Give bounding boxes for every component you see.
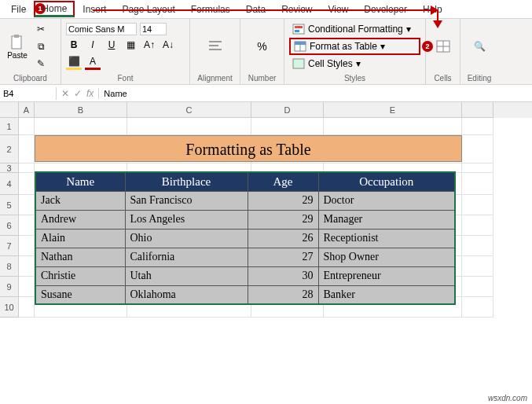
- spreadsheet-grid: A B C D E 1 2 3 4 5 6 7 8 9 10 Formattin…: [0, 102, 532, 318]
- bold-button[interactable]: B: [66, 37, 82, 53]
- col-header-C[interactable]: C: [127, 102, 251, 118]
- header-occupation[interactable]: Occupation: [318, 172, 455, 191]
- svg-rect-0: [12, 36, 21, 49]
- tab-developer[interactable]: Developer: [356, 2, 415, 17]
- enter-icon[interactable]: ✓: [74, 88, 82, 99]
- svg-rect-7: [295, 30, 299, 32]
- table-row[interactable]: AlainOhio26Receptionist: [35, 229, 455, 248]
- group-number-label: Number: [245, 72, 279, 84]
- fx-icon[interactable]: fx: [86, 88, 94, 99]
- row-header-8[interactable]: 8: [0, 256, 19, 277]
- ribbon-tabs: File 1 Home Insert Page Layout Formulas …: [0, 0, 532, 19]
- title-cell[interactable]: Formatting as Table: [35, 135, 462, 162]
- cond-format-label: Conditional Formatting: [308, 24, 403, 35]
- border-icon[interactable]: ▦: [123, 37, 138, 53]
- italic-button[interactable]: I: [85, 37, 101, 53]
- table-row[interactable]: SusaneOklahoma28Banker: [35, 285, 455, 304]
- paste-button[interactable]: Paste: [5, 31, 30, 62]
- col-header-A[interactable]: A: [19, 102, 35, 118]
- cells-button[interactable]: [431, 31, 456, 62]
- paste-label: Paste: [7, 51, 28, 60]
- group-styles-label: Styles: [289, 72, 420, 84]
- tab-insert[interactable]: Insert: [75, 2, 114, 17]
- group-alignment-label: Alignment: [195, 72, 235, 84]
- col-header-extra[interactable]: [462, 102, 493, 118]
- tab-formulas[interactable]: Formulas: [183, 2, 238, 17]
- col-header-B[interactable]: B: [35, 102, 127, 118]
- callout-2: 2: [422, 41, 433, 52]
- conditional-formatting-button[interactable]: Conditional Formatting▾: [289, 22, 420, 36]
- row-header-5[interactable]: 5: [0, 195, 19, 215]
- tab-page-layout[interactable]: Page Layout: [114, 2, 182, 17]
- chevron-down-icon: ▾: [380, 41, 385, 52]
- number-button[interactable]: %: [250, 31, 275, 62]
- header-name[interactable]: Name: [35, 172, 125, 191]
- row-header-4[interactable]: 4: [0, 173, 19, 195]
- name-box[interactable]: B4: [0, 87, 57, 100]
- watermark: wsxdn.com: [488, 394, 527, 402]
- cell-styles-button[interactable]: Cell Styles▾: [289, 57, 420, 71]
- table-row[interactable]: ChristieUtah30Entrepreneur: [35, 266, 455, 285]
- col-header-E[interactable]: E: [324, 102, 462, 118]
- underline-button[interactable]: U: [104, 37, 119, 53]
- cancel-icon[interactable]: ✕: [61, 88, 69, 99]
- ribbon: Paste ✂ ⧉ ✎ Clipboard B I U ▦ A↑: [0, 19, 532, 85]
- svg-rect-5: [293, 24, 304, 34]
- select-all-corner[interactable]: [0, 102, 19, 118]
- row-header-2[interactable]: 2: [0, 135, 19, 163]
- format-table-label: Format as Table: [310, 41, 377, 52]
- row-header-10[interactable]: 10: [0, 297, 19, 318]
- formula-bar: B4 ✕ ✓ fx Name: [0, 85, 532, 102]
- tab-home[interactable]: Home: [34, 1, 75, 17]
- row-header-9[interactable]: 9: [0, 277, 19, 297]
- group-cells-label: Cells: [431, 72, 455, 84]
- copy-icon[interactable]: ⧉: [33, 39, 49, 54]
- tab-file[interactable]: File: [3, 2, 34, 17]
- font-name-input[interactable]: [66, 23, 137, 35]
- shrink-font-icon[interactable]: A↓: [160, 37, 176, 53]
- row-header-3[interactable]: 3: [0, 163, 19, 173]
- table-row[interactable]: AndrewLos Angeles29Manager: [35, 210, 455, 229]
- tab-review[interactable]: Review: [273, 2, 320, 17]
- tab-help[interactable]: Help: [415, 2, 450, 17]
- chevron-down-icon: ▾: [356, 58, 361, 69]
- cell-styles-label: Cell Styles: [308, 58, 353, 69]
- cut-icon[interactable]: ✂: [33, 21, 49, 37]
- svg-rect-6: [295, 26, 303, 28]
- table-row[interactable]: NathanCalifornia27Shop Owner: [35, 248, 455, 266]
- svg-rect-1: [14, 35, 19, 38]
- grow-font-icon[interactable]: A↑: [141, 37, 157, 53]
- header-age[interactable]: Age: [248, 172, 318, 191]
- group-font-label: Font: [66, 72, 185, 84]
- tab-view[interactable]: View: [321, 2, 357, 17]
- row-header-1[interactable]: 1: [0, 118, 19, 135]
- row-header-6[interactable]: 6: [0, 215, 19, 236]
- font-size-input[interactable]: [140, 23, 167, 35]
- group-editing-label: Editing: [465, 72, 493, 84]
- row-header-7[interactable]: 7: [0, 236, 19, 256]
- tab-data[interactable]: Data: [238, 2, 273, 17]
- font-color-icon[interactable]: A: [85, 54, 101, 70]
- group-clipboard-label: Clipboard: [5, 72, 56, 84]
- data-table[interactable]: Name Birthplace Age Occupation JackSan F…: [35, 171, 456, 305]
- editing-button[interactable]: 🔍: [467, 31, 492, 62]
- format-as-table-button[interactable]: Format as Table▾ 2: [289, 38, 420, 55]
- col-header-D[interactable]: D: [251, 102, 324, 118]
- chevron-down-icon: ▾: [406, 24, 411, 35]
- formula-input[interactable]: Name: [99, 87, 532, 100]
- data-overlay: Formatting as Table Name Birthplace Age …: [35, 135, 462, 305]
- format-painter-icon[interactable]: ✎: [33, 56, 49, 72]
- fill-color-icon[interactable]: ⬛: [66, 54, 82, 70]
- svg-rect-11: [293, 59, 304, 68]
- header-birthplace[interactable]: Birthplace: [125, 172, 248, 191]
- alignment-button[interactable]: [203, 31, 228, 62]
- table-row[interactable]: JackSan Francisco29Doctor: [35, 191, 455, 210]
